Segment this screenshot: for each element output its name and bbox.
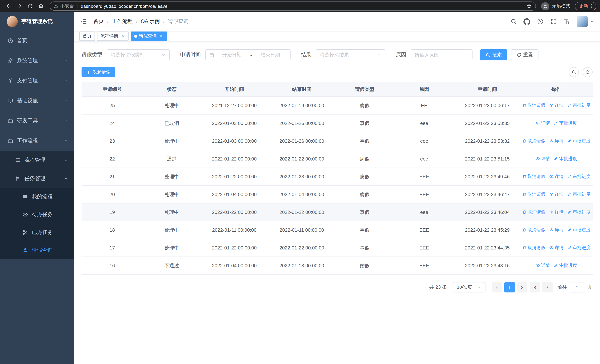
tab-process-detail[interactable]: 流程详情×	[97, 31, 129, 41]
header-search-button[interactable]	[510, 18, 517, 25]
eye-icon	[549, 246, 553, 250]
sidebar-toggle-icon[interactable]	[80, 18, 87, 25]
row-action-cancel[interactable]: 取消请假	[522, 227, 545, 233]
row-action-progress[interactable]: 审批进度	[567, 173, 591, 180]
row-action-progress[interactable]: 审批进度	[554, 156, 577, 162]
fullscreen-button[interactable]	[550, 18, 557, 25]
tab-close-icon[interactable]: ×	[120, 34, 125, 39]
goto-page-input[interactable]	[570, 282, 584, 292]
github-button[interactable]	[523, 18, 531, 25]
row-action-progress[interactable]: 审批进度	[567, 209, 591, 215]
page-button-3[interactable]: 3	[530, 282, 540, 292]
result-select[interactable]: 请选择流结果	[316, 49, 385, 60]
user-menu[interactable]	[577, 16, 594, 27]
sidebar-item-label: 基础设施	[17, 97, 64, 104]
sidebar-item-todo-tasks[interactable]: 待办任务	[0, 206, 74, 224]
row-action-cancel[interactable]: 取消请假	[522, 245, 545, 251]
row-action-detail[interactable]: 详情	[549, 227, 563, 233]
row-action-detail[interactable]: 详情	[549, 173, 563, 180]
eye-icon	[549, 139, 553, 143]
trash-icon	[522, 228, 526, 232]
cell-id: 24	[82, 114, 143, 132]
help-button[interactable]	[536, 18, 544, 25]
row-action-cancel[interactable]: 取消请假	[522, 209, 545, 215]
tab-label: 请假查询	[139, 33, 157, 39]
row-action-progress[interactable]: 审批进度	[554, 262, 577, 269]
briefcase-icon	[7, 138, 13, 144]
row-action-progress[interactable]: 审批进度	[567, 102, 591, 109]
row-action-detail[interactable]: 详情	[549, 191, 563, 197]
browser-forward-button[interactable]	[14, 1, 24, 11]
prev-page-button[interactable]	[492, 282, 502, 292]
tab-home[interactable]: 首页	[79, 31, 95, 41]
sidebar-item-workflow[interactable]: 工作流程	[0, 131, 74, 151]
search-button[interactable]: 搜索	[480, 49, 507, 60]
font-size-button[interactable]	[563, 18, 571, 25]
next-page-button[interactable]	[542, 282, 553, 292]
tab-leave-query[interactable]: 请假查询×	[131, 31, 167, 41]
app-logo[interactable]: 芋道管理系统	[0, 12, 74, 31]
sidebar-item-done-tasks[interactable]: 已办任务	[0, 224, 74, 241]
breadcrumb-item[interactable]: 工作流程	[112, 18, 133, 25]
browser-update-menu-button[interactable]: 更新	[575, 2, 596, 10]
sidebar-item-leave-query[interactable]: 请假查询	[0, 241, 74, 259]
browser-toolbar: 不安全 dashboard.yudao.iocoder.cn/bpm/oa/le…	[0, 0, 600, 12]
action-label: 详情	[555, 209, 563, 215]
sidebar-item-my-process[interactable]: 我的流程	[0, 188, 74, 206]
sidebar-item-dev-tools[interactable]: 研发工具	[0, 111, 74, 131]
reason-input[interactable]	[411, 49, 472, 60]
row-action-detail[interactable]: 详情	[535, 120, 550, 126]
row-action-detail[interactable]: 详情	[535, 262, 550, 269]
row-action-cancel[interactable]: 取消请假	[522, 102, 545, 109]
sidebar-item-system-management[interactable]: 系统管理	[0, 51, 74, 71]
trash-icon	[522, 139, 526, 143]
browser-address-bar[interactable]: 不安全 dashboard.yudao.iocoder.cn/bpm/oa/le…	[50, 1, 536, 11]
toggle-search-button[interactable]	[569, 67, 579, 77]
cell-reason: EEE	[394, 239, 455, 257]
sidebar-item-task-management[interactable]: 任务管理	[0, 169, 74, 188]
edit-icon	[567, 103, 572, 108]
bookmark-star-icon[interactable]	[526, 3, 532, 9]
cell-applied: 2022-01-22 23:46:04	[455, 203, 520, 221]
page-button-1[interactable]: 1	[504, 282, 515, 292]
row-action-progress[interactable]: 审批进度	[567, 245, 591, 251]
row-action-progress[interactable]: 审批进度	[567, 138, 591, 144]
reset-button[interactable]: 重置	[511, 49, 538, 60]
cell-id: 23	[82, 132, 143, 150]
sidebar-item-infrastructure[interactable]: 基础设施	[0, 91, 74, 111]
sidebar-item-process-management[interactable]: 流程管理	[0, 151, 74, 169]
row-action-detail[interactable]: 详情	[549, 245, 563, 251]
breadcrumb-item[interactable]: OA 示例	[141, 18, 160, 25]
refresh-icon	[585, 70, 590, 75]
row-action-cancel[interactable]: 取消请假	[522, 138, 545, 144]
row-action-detail[interactable]: 详情	[549, 138, 563, 144]
page-size-select[interactable]: 10条/页	[453, 282, 486, 292]
url-text[interactable]: dashboard.yudao.iocoder.cn/bpm/oa/leave	[81, 3, 168, 9]
browser-reload-button[interactable]	[25, 1, 35, 11]
leave-type-select[interactable]: 请选择请假类型	[107, 49, 170, 60]
browser-back-button[interactable]	[4, 1, 13, 11]
refresh-table-button[interactable]	[582, 67, 593, 77]
security-warning-label[interactable]: 不安全	[60, 3, 74, 9]
tab-close-icon[interactable]: ×	[159, 34, 164, 39]
row-action-detail[interactable]: 详情	[549, 102, 563, 109]
page-button-2[interactable]: 2	[517, 282, 527, 292]
create-leave-button[interactable]: 发起请假	[82, 67, 115, 77]
row-action-progress[interactable]: 审批进度	[554, 120, 577, 126]
sidebar-item-payment-management[interactable]: 支付管理	[0, 71, 74, 91]
breadcrumb-item[interactable]: 首页	[94, 18, 104, 25]
apply-time-range-picker[interactable]: 开始日期 - 结束日期	[205, 49, 291, 60]
row-action-progress[interactable]: 审批进度	[567, 191, 591, 197]
cell-applied: 2022-01-22 23:53:35	[455, 114, 520, 132]
row-action-cancel[interactable]: 取消请假	[522, 173, 545, 180]
row-action-detail[interactable]: 详情	[549, 209, 563, 215]
table-row: 19处理中2022-01-22 00:00:002022-01-22 00:00…	[82, 203, 593, 221]
chevron-down-icon	[64, 119, 68, 123]
table-row: 20处理中2022-01-04 00:00:002022-01-04 00:00…	[82, 186, 593, 203]
sidebar-item-home[interactable]: 首页	[0, 31, 74, 51]
column-header: 开始时间	[201, 82, 268, 97]
row-action-detail[interactable]: 详情	[535, 156, 550, 162]
row-action-cancel[interactable]: 取消请假	[522, 191, 545, 197]
row-action-progress[interactable]: 审批进度	[567, 227, 591, 233]
browser-home-button[interactable]	[36, 1, 46, 11]
